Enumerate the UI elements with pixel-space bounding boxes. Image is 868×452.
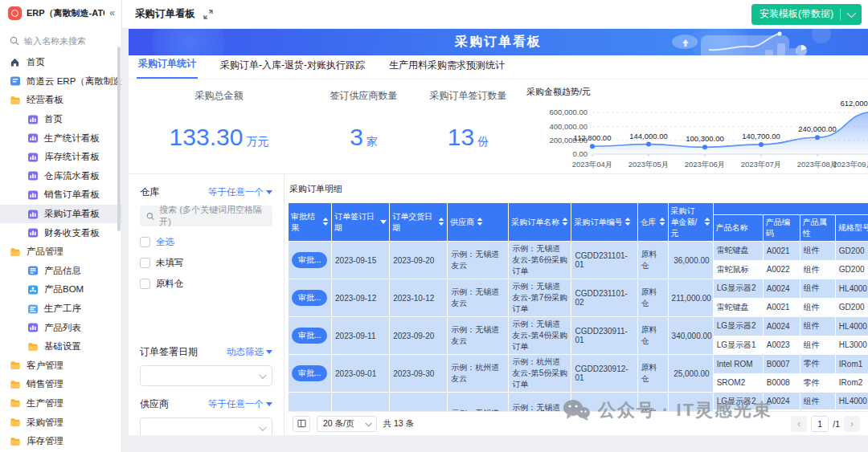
product-code-cell: A0024 bbox=[763, 279, 800, 299]
warehouse-operator-dropdown[interactable]: 等于任意一个 bbox=[208, 186, 272, 198]
stat-value: 13 bbox=[448, 124, 474, 150]
column-header-订单交货日期[interactable]: 订单交货日期 bbox=[390, 203, 448, 242]
sidebar-item-经营看板[interactable]: 经营看板 bbox=[0, 91, 121, 110]
column-header-采购订单金额/元[interactable]: 采购订单金额/元 bbox=[668, 203, 713, 242]
checkbox-icon[interactable] bbox=[140, 279, 150, 289]
install-template-button[interactable]: 安装模板(带数据) bbox=[751, 4, 862, 25]
column-header-产品名称[interactable]: 产品名称 bbox=[713, 215, 763, 242]
chevron-down-icon bbox=[847, 8, 856, 17]
column-header-规格型号[interactable]: 规格型号 bbox=[835, 215, 868, 242]
current-page-input[interactable]: 1 bbox=[811, 416, 829, 432]
supplier-cell: 示例：无锡道友云 bbox=[448, 393, 509, 412]
triangle-down-icon bbox=[266, 350, 272, 354]
sidebar-item-label: 库存管理 bbox=[27, 435, 63, 447]
sort-icon[interactable] bbox=[322, 218, 329, 227]
stat-unit: 万元 bbox=[246, 135, 268, 148]
checkbox-icon[interactable] bbox=[140, 237, 150, 247]
approve-button[interactable]: 审批... bbox=[292, 290, 327, 306]
sidebar-item-产品BOM[interactable]: 产品BOM bbox=[0, 280, 121, 299]
warehouse-option-未填写[interactable]: 未填写 bbox=[140, 257, 272, 269]
warehouse-option-原料仓[interactable]: 原料仓 bbox=[140, 278, 272, 290]
approve-button[interactable]: 审批... bbox=[292, 328, 327, 344]
tab-采购订单-入库-退货-对账执行跟踪[interactable]: 采购订单-入库-退货-对账执行跟踪 bbox=[219, 59, 366, 79]
product-code-cell: A0021 bbox=[763, 298, 800, 317]
delivery-date-cell: 2023-09-30 bbox=[390, 355, 448, 393]
column-header-采购订单名称[interactable]: 采购订单名称 bbox=[509, 203, 571, 242]
sidebar-item-产品列表[interactable]: 产品列表 bbox=[0, 318, 121, 337]
sidebar-item-仓库流水看板[interactable]: 仓库流水看板 bbox=[0, 167, 121, 186]
sidebar-item-采购管理[interactable]: 采购管理 bbox=[0, 413, 121, 432]
sidebar-item-财务收支看板[interactable]: 财务收支看板 bbox=[0, 223, 121, 242]
checkbox-icon[interactable] bbox=[140, 258, 150, 268]
sidebar-item-产品信息[interactable]: 产品信息 bbox=[0, 262, 121, 281]
amount-cell: 211,000.00 bbox=[668, 279, 713, 317]
product-attr-cell: 组件 bbox=[800, 242, 835, 261]
column-header-供应商[interactable]: 供应商 bbox=[448, 203, 509, 242]
column-header-审批结果[interactable]: 审批结果 bbox=[289, 203, 332, 242]
sidebar-item-销售管理[interactable]: 销售管理 bbox=[0, 375, 121, 394]
amount-cell: 240,000.00 bbox=[668, 393, 713, 412]
sidebar-item-首页[interactable]: 首页 bbox=[0, 53, 121, 72]
next-page-button[interactable]: › bbox=[844, 416, 860, 432]
column-header-仓库[interactable]: 仓库 bbox=[637, 203, 668, 242]
amount-cell: 25,000.00 bbox=[668, 355, 713, 393]
search-icon bbox=[10, 36, 19, 46]
sidebar-item-产品管理[interactable]: 产品管理 bbox=[0, 242, 121, 262]
sort-icon[interactable] bbox=[624, 218, 631, 227]
sort-icon[interactable] bbox=[477, 218, 483, 227]
sort-icon[interactable] bbox=[562, 218, 568, 227]
sign-date-select[interactable] bbox=[140, 365, 272, 386]
sidebar-item-客户管理[interactable]: 客户管理 bbox=[0, 356, 121, 376]
prev-page-button[interactable]: ‹ bbox=[791, 416, 807, 432]
supplier-select[interactable] bbox=[140, 417, 272, 435]
order-table-scroll-area[interactable]: 审批结果订单签订日期订单交货日期供应商采购订单名称采购订单编号仓库采购订单金额/… bbox=[288, 202, 868, 411]
product-name-cell: 雷蛇键盘 bbox=[713, 298, 763, 317]
sidebar-search-input[interactable]: 输入名称来搜索 bbox=[2, 31, 120, 51]
supplier-cell: 示例：杭州道友云 bbox=[448, 355, 509, 393]
sidebar-scrollbar[interactable] bbox=[117, 47, 121, 231]
approve-button[interactable]: 审批... bbox=[292, 365, 327, 381]
sidebar-item-简道云 ERP（离散制造-ATO）「...[interactable]: 简道云 ERP（离散制造-ATO）「... bbox=[0, 72, 121, 92]
approve-button[interactable]: 审批... bbox=[292, 252, 327, 268]
sidebar-item-库存管理[interactable]: 库存管理 bbox=[0, 432, 121, 451]
column-header-订单签订日期[interactable]: 订单签订日期 bbox=[332, 203, 390, 242]
sort-icon[interactable] bbox=[380, 218, 387, 226]
tab-生产用料采购需求预测统计[interactable]: 生产用料采购需求预测统计 bbox=[387, 59, 506, 79]
folder-icon bbox=[10, 95, 21, 106]
sidebar-item-库存统计看板[interactable]: 库存统计看板 bbox=[0, 148, 121, 167]
warehouse-search-input[interactable]: 搜索 (多个关键词用空格隔开) bbox=[140, 206, 272, 226]
sidebar-item-销售订单看板[interactable]: 销售订单看板 bbox=[0, 185, 121, 205]
sidebar-item-生产统计看板[interactable]: 生产统计看板 bbox=[0, 128, 121, 148]
page-size-select[interactable]: 20 条/页 bbox=[317, 416, 377, 432]
svg-text:2023年06月: 2023年06月 bbox=[685, 160, 726, 169]
fullscreen-icon[interactable] bbox=[203, 10, 213, 19]
column-settings-button[interactable] bbox=[293, 416, 310, 432]
delivery-date-cell: 2023-09-20 bbox=[390, 317, 448, 355]
tab-采购订单统计[interactable]: 采购订单统计 bbox=[137, 57, 198, 79]
folder-icon bbox=[10, 379, 21, 390]
supplier-operator-dropdown[interactable]: 等于任意一个 bbox=[208, 398, 272, 410]
column-header-产品属性[interactable]: 产品属性 bbox=[800, 215, 835, 242]
sidebar-item-label: 产品管理 bbox=[27, 246, 63, 258]
sidebar-item-label: 首页 bbox=[27, 56, 45, 68]
order-name-cell: 示例：无锡道友云-第5份采购订单 bbox=[509, 393, 571, 412]
product-name-cell: SROM2 bbox=[713, 373, 763, 393]
sidebar-item-生产管理[interactable]: 生产管理 bbox=[0, 394, 121, 413]
column-header-采购订单编号[interactable]: 采购订单编号 bbox=[571, 203, 637, 242]
product-code-cell: B0008 bbox=[763, 373, 800, 393]
sidebar-collapse-icon[interactable]: « bbox=[109, 7, 115, 18]
sidebar-item-采购订单看板[interactable]: 采购订单看板 bbox=[0, 205, 121, 224]
warehouse-search-placeholder: 搜索 (多个关键词用空格隔开) bbox=[159, 204, 266, 228]
sort-icon[interactable] bbox=[438, 218, 444, 227]
sidebar-item-生产工序[interactable]: 生产工序 bbox=[0, 299, 121, 319]
dash-icon bbox=[27, 132, 39, 144]
sidebar-item-首页[interactable]: 首页 bbox=[0, 110, 121, 129]
sidebar-item-基础设置[interactable]: 基础设置 bbox=[0, 337, 121, 356]
product-name-cell: 雷蛇鼠标 bbox=[713, 260, 763, 279]
column-header-产品编码[interactable]: 产品编码 bbox=[763, 215, 800, 242]
sign-date-operator-dropdown[interactable]: 动态筛选 bbox=[227, 346, 272, 358]
product-attr-cell: 组件 bbox=[800, 260, 835, 279]
warehouse-option-全选[interactable]: 全选 bbox=[140, 236, 272, 248]
sort-icon[interactable] bbox=[704, 218, 710, 227]
sort-icon[interactable] bbox=[659, 218, 665, 227]
